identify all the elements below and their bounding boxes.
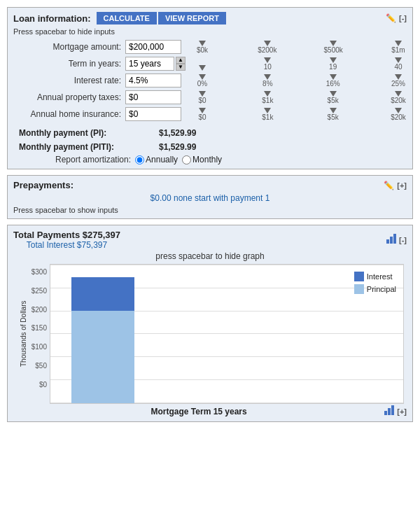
term-tick-1[interactable]: 10 [259, 57, 276, 71]
rate-input[interactable] [125, 74, 181, 88]
prepay-edit-icon[interactable]: ✏️ [384, 181, 394, 190]
tax-tick-2[interactable]: $5k [325, 91, 342, 104]
chart-x-label: Mortgage Term 15 years [151, 407, 247, 416]
term-spinner-down[interactable]: ▼ [176, 64, 186, 71]
rate-label: Interest rate: [13, 76, 125, 85]
payment-piti-label: Monthly payment (PITI): [19, 142, 159, 152]
rate-tick-1[interactable]: 8% [259, 74, 276, 88]
tax-label: Annual property taxes: [13, 92, 125, 102]
amort-monthly-option[interactable]: Monthly [182, 155, 222, 164]
insurance-slider-area: $0 $1k $5k $20k [188, 108, 407, 121]
insurance-tick-3[interactable]: $20k [390, 108, 407, 121]
term-tick-0[interactable] [194, 65, 211, 71]
chart-y-label: Thousands of Dollars [16, 264, 27, 404]
tax-tick-1[interactable]: $1k [259, 91, 276, 104]
legend-interest-box [354, 272, 364, 281]
term-tick-2[interactable]: 19 [325, 57, 342, 71]
payment-piti-value: $1,529.99 [159, 142, 196, 152]
loan-tools: ✏️ [-] [386, 13, 407, 23]
tax-tick-0[interactable]: $0 [194, 91, 211, 104]
rate-tick-0[interactable]: 0% [194, 74, 211, 88]
rate-row: Interest rate: 0% 8% 16% 25% [13, 74, 407, 88]
payment-pi-label: Monthly payment (PI): [19, 128, 159, 138]
chart-footer-icon [384, 405, 394, 417]
view-report-button[interactable]: VIEW REPORT [158, 12, 226, 24]
amort-annually-label: Annually [146, 155, 178, 164]
calculate-button[interactable]: CALCULATE [97, 12, 157, 24]
legend-interest-item: Interest [354, 272, 396, 281]
prepayments-info: $0.00 none start with payment 1 [13, 193, 407, 203]
chart-wrapper: Thousands of Dollars $300 $250 $200 $150… [16, 264, 404, 404]
mortgage-input[interactable] [125, 40, 181, 54]
mortgage-tick-2[interactable]: $500k [324, 41, 343, 54]
tax-row: Annual property taxes: $0 $1k $5k $2 [13, 90, 407, 104]
tax-tick-3[interactable]: $20k [390, 91, 407, 104]
term-spinner-up[interactable]: ▲ [176, 57, 186, 64]
insurance-ticks: $0 $1k $5k $20k [194, 108, 407, 121]
chart-plot-area: Interest Principal [50, 264, 404, 404]
insurance-input[interactable] [125, 107, 181, 121]
legend-interest-label: Interest [367, 272, 393, 281]
loan-section-title: Loan information: [13, 13, 91, 24]
rate-tick-3[interactable]: 25% [390, 74, 407, 88]
mortgage-tick-0[interactable]: $0k [194, 41, 211, 54]
tax-ticks: $0 $1k $5k $20k [194, 91, 407, 104]
term-row: Term in years: ▲ ▼ 10 19 [13, 57, 407, 71]
chart-tools: [-] [386, 234, 407, 246]
chart-total-payments: Total Payments $275,397 [13, 230, 120, 240]
amort-monthly-radio[interactable] [182, 155, 191, 164]
rate-tick-2[interactable]: 16% [325, 74, 342, 88]
show-inputs-hint: Press spacebar to show inputs [13, 206, 407, 214]
chart-hint: press spacebar to hide graph [13, 251, 407, 261]
chart-header: Total Payments $275,397 Total Interest $… [13, 230, 407, 250]
edit-icon[interactable]: ✏️ [386, 13, 396, 23]
mortgage-slider-area: $0k $200k $500k $1m [188, 41, 407, 54]
rate-ticks: 0% 8% 16% 25% [194, 74, 407, 88]
tax-input[interactable] [125, 90, 181, 104]
chart-bar-interest [71, 277, 134, 311]
mortgage-row: Mortgage amount: $0k $200k $500k $1m [13, 40, 407, 54]
amort-row: Report amortization: Annually Monthly [13, 155, 407, 164]
amort-annually-option[interactable]: Annually [135, 155, 178, 164]
term-slider-area: 10 19 40 [188, 57, 407, 71]
chart-footer-expand-btn[interactable]: [+] [397, 407, 407, 416]
insurance-tick-1[interactable]: $1k [259, 108, 276, 121]
prepayments-header: Prepayments: ✏️ [+] [13, 180, 407, 190]
mortgage-label: Mortgage amount: [13, 42, 125, 52]
mortgage-tick-1[interactable]: $200k [258, 41, 276, 54]
chart-footer: Mortgage Term 15 years [+] [13, 405, 407, 417]
amort-label: Report amortization: [55, 155, 131, 164]
prepay-expand-btn[interactable]: [+] [397, 181, 407, 190]
chart-section: Total Payments $275,397 Total Interest $… [7, 225, 413, 422]
chart-y-axis: $300 $250 $200 $150 $100 $50 $0 [27, 264, 50, 404]
payment-pi-row: Monthly payment (PI): $1,529.99 [13, 128, 407, 138]
chart-legend: Interest Principal [354, 272, 396, 294]
prepay-tools: ✏️ [+] [384, 181, 407, 190]
loan-section-header: Loan information: CALCULATE VIEW REPORT … [13, 12, 407, 24]
footer-bar-icon [384, 405, 394, 415]
chart-collapse-btn[interactable]: [-] [399, 236, 407, 244]
insurance-tick-2[interactable]: $5k [325, 108, 342, 121]
legend-principal-item: Principal [354, 284, 396, 294]
payment-piti-row: Monthly payment (PITI): $1,529.99 [13, 142, 407, 152]
chart-x-label-wrap: Mortgage Term 15 years [13, 407, 384, 416]
prepayments-section: Prepayments: ✏️ [+] $0.00 none start wit… [7, 175, 413, 219]
amort-annually-radio[interactable] [135, 155, 144, 164]
bar-chart-icon [386, 234, 396, 244]
term-input-wrap: ▲ ▼ [125, 57, 188, 71]
amort-monthly-label: Monthly [192, 155, 222, 164]
insurance-tick-0[interactable]: $0 [194, 108, 211, 121]
mortgage-ticks: $0k $200k $500k $1m [194, 41, 407, 54]
chart-total-interest: Total Interest $75,397 [13, 240, 120, 250]
hide-inputs-hint: Press spacebar to hide inputs [13, 27, 407, 36]
term-spinner: ▲ ▼ [176, 57, 186, 71]
legend-principal-label: Principal [367, 285, 396, 293]
mortgage-tick-3[interactable]: $1m [390, 41, 407, 54]
tax-slider-area: $0 $1k $5k $20k [188, 91, 407, 104]
prepayments-title: Prepayments: [13, 180, 74, 190]
term-tick-3[interactable]: 40 [390, 57, 407, 71]
loan-collapse-btn[interactable]: [-] [399, 14, 407, 22]
legend-principal-box [354, 284, 364, 294]
term-ticks: 10 19 40 [194, 57, 407, 71]
term-input[interactable] [125, 57, 174, 71]
